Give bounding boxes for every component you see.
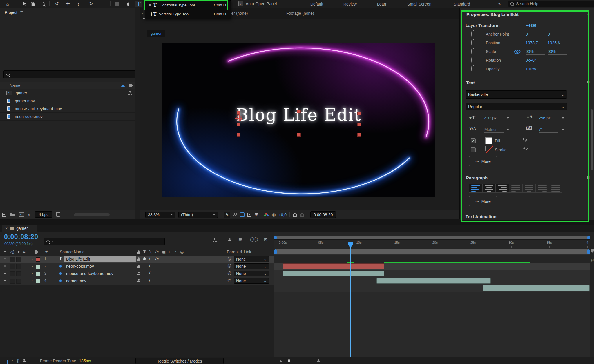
expand-chevron[interactable]: › [32, 271, 33, 276]
kerning-caret[interactable] [507, 129, 509, 130]
pen-tool-icon[interactable] [125, 1, 132, 7]
project-item-footage[interactable]: neon-color.mov [0, 112, 135, 121]
project-panel-menu-icon[interactable]: ≡ [20, 10, 23, 15]
property-value[interactable]: 0x+0° [526, 58, 545, 63]
pickwhip-icon[interactable]: @ [227, 263, 231, 268]
horizontal-scrollbar[interactable] [74, 213, 110, 216]
take-snapshot-icon[interactable] [293, 214, 297, 217]
interpret-footage-icon[interactable] [2, 213, 6, 217]
property-value[interactable]: 1078,7 [526, 41, 545, 46]
layer-duration-bar[interactable] [376, 278, 491, 284]
stopwatch-icon[interactable] [471, 57, 472, 63]
workspace-overflow-icon[interactable]: » [498, 0, 501, 8]
justify-last-right-button[interactable] [536, 184, 549, 193]
grid-guides-icon[interactable]: ⊞ [254, 212, 258, 217]
eye-icon[interactable] [3, 257, 3, 263]
anchor-point-indicator[interactable] [236, 115, 242, 121]
parent-dropdown[interactable]: None⌄ [234, 256, 269, 262]
rotation-tool-icon[interactable]: ↻ [88, 1, 95, 7]
pickwhip-icon[interactable]: @ [227, 271, 231, 275]
kerning-value[interactable]: Metrics [484, 127, 504, 133]
quality-switch[interactable]: / [149, 256, 150, 261]
eye-icon[interactable] [3, 265, 3, 270]
selection-handle[interactable] [237, 133, 240, 136]
layer-name[interactable]: mouse-and-keyboard.mov [64, 271, 136, 277]
justify-all-button[interactable] [549, 184, 562, 193]
layer-color-swatch[interactable] [36, 272, 40, 276]
motion-blur-icon[interactable]: ◯◯ [250, 237, 257, 241]
motion-blur-switch-icon[interactable]: ▦ [162, 250, 166, 254]
threed-switch-icon[interactable]: ◎ [180, 250, 184, 254]
color-depth-icon[interactable]: ◐ [28, 212, 31, 217]
graph-editor-icon[interactable]: ⊡ [264, 237, 267, 242]
transparency-grid-icon[interactable] [233, 213, 237, 216]
fast-previews-icon[interactable]: ↯ [224, 212, 230, 218]
properties-scrollbar[interactable] [591, 109, 593, 170]
selection-handle[interactable] [237, 111, 240, 115]
workspace-tab-review[interactable]: Review [343, 0, 357, 8]
lock-column-icon[interactable]: 🔒︎ [23, 249, 25, 254]
justify-last-center-button[interactable] [522, 184, 536, 193]
layer-color-swatch[interactable] [36, 279, 40, 283]
tab-footage[interactable]: Footage (none) [286, 8, 314, 19]
layer-name[interactable]: Blog Life Edit [64, 256, 136, 262]
align-left-button[interactable] [469, 184, 482, 193]
adjustment-switch-icon[interactable]: ◐ [168, 250, 171, 254]
timeline-menu-icon[interactable]: ≡ [30, 225, 33, 231]
menu-item-horizontal-type[interactable]: T Horizontal Type Tool Cmd+T [145, 1, 231, 10]
font-style-dropdown[interactable]: Regular⌄ [466, 103, 567, 110]
layer-duration-bar[interactable] [283, 271, 384, 276]
parent-dropdown[interactable]: None⌄ [234, 263, 269, 269]
parent-dropdown[interactable]: None⌄ [234, 271, 269, 276]
property-value[interactable]: 90% [526, 49, 545, 55]
parent-dropdown[interactable]: None⌄ [234, 278, 269, 284]
auto-open-panel[interactable]: ✓ Auto-Open Panel [238, 1, 277, 6]
type-tool-icon[interactable]: T [135, 1, 142, 7]
project-item-footage[interactable]: gamer.mov [0, 97, 135, 105]
project-panel-title[interactable]: Project [5, 10, 17, 15]
text-section-menu-icon[interactable]: ≡ [587, 80, 590, 85]
selection-handle[interactable] [297, 110, 301, 113]
draft-icon[interactable]: ◔ [11, 358, 13, 363]
playhead-line[interactable] [350, 245, 351, 357]
project-item-composition[interactable]: gamer [0, 89, 135, 97]
stopwatch-icon[interactable] [471, 31, 472, 37]
timeline-tab-gamer[interactable]: × gamer ≡ [2, 225, 37, 232]
color-depth-button[interactable]: 8 bpc [35, 211, 52, 218]
expand-chevron[interactable]: › [32, 256, 33, 261]
quality-switch-icon[interactable]: ◔ [174, 250, 177, 254]
layer-name[interactable]: neon-color.mov [64, 263, 136, 270]
layer-color-swatch[interactable] [36, 257, 40, 262]
magnification-dropdown[interactable]: 33.3% [145, 212, 175, 218]
quality-switch[interactable]: / [149, 263, 150, 268]
audio-column-icon[interactable]: ◁) [10, 250, 14, 254]
timeline-zoom-knob[interactable] [288, 359, 290, 362]
new-composition-icon[interactable] [19, 212, 24, 217]
zoom-tool-icon[interactable] [40, 1, 47, 7]
comp-button-icon[interactable]: ⚐ [591, 258, 594, 263]
layer-name[interactable]: gamer.mov [64, 278, 136, 284]
live-update-icon[interactable] [3, 359, 6, 363]
work-area-bar[interactable] [274, 249, 590, 254]
fx-switch[interactable]: fx [155, 256, 159, 261]
search-help-box[interactable]: Search Help [508, 1, 594, 7]
dolly-camera-tool-icon[interactable]: ↕ [75, 1, 82, 7]
mask-visibility-icon[interactable] [240, 212, 245, 217]
time-navigator-track[interactable] [274, 236, 590, 240]
selection-tool-icon[interactable] [21, 1, 28, 7]
stopwatch-icon[interactable] [471, 66, 472, 71]
close-icon[interactable]: × [5, 226, 8, 231]
stroke-checkbox[interactable] [471, 147, 476, 152]
project-scrollbar[interactable] [135, 8, 140, 219]
property-value[interactable]: 100% [526, 67, 545, 72]
name-column-header[interactable]: Name [10, 83, 20, 88]
project-item-footage[interactable]: mouse-and-keyboard.mov [0, 105, 135, 113]
region-of-interest-icon[interactable] [247, 213, 251, 217]
stopwatch-icon[interactable] [471, 40, 472, 45]
leading-caret[interactable] [562, 117, 564, 119]
parent-link-column-header[interactable]: Parent & Link [227, 250, 251, 254]
collapse-switch-icon[interactable]: ✱ [143, 249, 146, 254]
comp-marker-bin-icon[interactable] [591, 249, 594, 253]
panel-overflow-chevron[interactable]: › [142, 11, 143, 15]
quality-switch[interactable]: / [149, 271, 150, 275]
